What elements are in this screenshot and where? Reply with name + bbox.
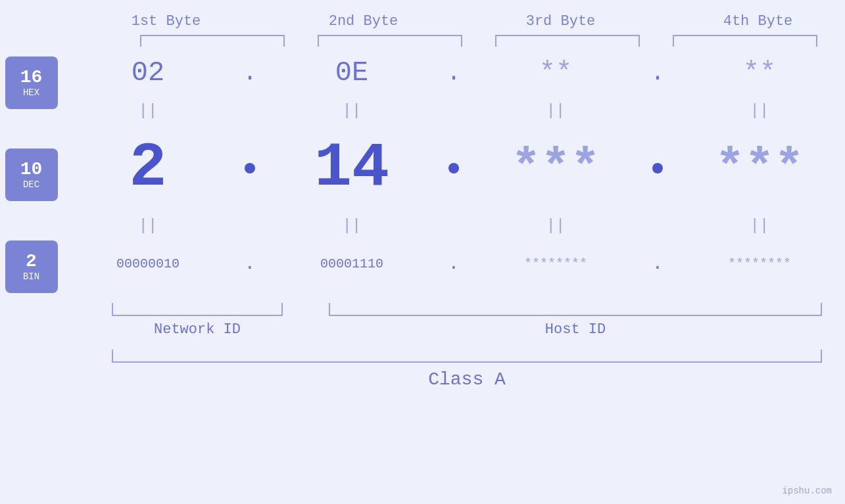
eq1-b3: || [470, 102, 641, 120]
hex-sep3: . [641, 60, 674, 87]
byte-headers: 1st Byte 2nd Byte 3rd Byte 4th Byte [68, 13, 846, 30]
dec-b3-value: *** [511, 141, 600, 196]
hex-b4-cell: ** [674, 57, 845, 89]
class-bracket [112, 350, 822, 363]
dec-b4-value: *** [715, 141, 804, 196]
dec-dot-3 [652, 163, 663, 173]
byte4-header: 4th Byte [673, 13, 844, 30]
equals-row-2: || || || || [62, 211, 845, 241]
watermark: ipshu.com [782, 486, 832, 496]
bracket-top-1 [140, 35, 285, 47]
bin-b1-value: 00000010 [116, 256, 180, 271]
byte2-header: 2nd Byte [278, 13, 449, 30]
dec-b2-cell: 14 [266, 133, 437, 204]
top-brackets [124, 35, 834, 47]
rows-container: 02 . 0E . ** . ** [62, 50, 845, 300]
dec-b1-value: 2 [129, 133, 166, 204]
bottom-brackets [112, 303, 822, 316]
bracket-top-4 [673, 35, 817, 47]
layout-wrapper: 16 HEX 10 DEC 2 BIN 02 . [0, 50, 845, 300]
class-label: Class A [112, 369, 822, 390]
bin-b1-cell: 00000010 [62, 256, 233, 271]
base-labels: 16 HEX 10 DEC 2 BIN [0, 50, 62, 300]
eq1-b2: || [266, 102, 437, 120]
dec-dot-2 [448, 163, 459, 173]
hex-b1-cell: 02 [62, 57, 233, 89]
dec-sep1 [233, 163, 266, 173]
dec-sep2 [437, 163, 470, 173]
dec-badge: 10 DEC [5, 149, 58, 201]
eq2-b4: || [674, 217, 845, 235]
bin-b2-value: 00001110 [320, 256, 383, 271]
dec-row: 2 14 *** *** [62, 126, 845, 211]
bin-b4-cell: ******** [674, 256, 845, 271]
bin-sep2: . [437, 254, 470, 274]
equals-row-1: || || || || [62, 96, 845, 126]
dec-b1-cell: 2 [62, 133, 233, 204]
dec-b4-cell: *** [674, 141, 845, 196]
bin-b2-cell: 00001110 [266, 256, 437, 271]
byte3-header: 3rd Byte [475, 13, 646, 30]
eq1-b1: || [62, 102, 233, 120]
hex-sep1: . [233, 60, 266, 87]
hex-b2-cell: 0E [266, 57, 437, 89]
bin-b3-value: ******** [524, 256, 587, 271]
bin-b3-cell: ******** [470, 256, 641, 271]
hex-b1-value: 02 [132, 57, 164, 89]
dec-dot-1 [245, 163, 255, 173]
eq1-b4: || [674, 102, 845, 120]
eq2-b2: || [266, 217, 437, 235]
hex-b3-cell: ** [470, 57, 641, 89]
hex-sep2: . [437, 60, 470, 87]
hex-b4-value: ** [743, 57, 776, 89]
bin-b4-value: ******** [728, 256, 791, 271]
bracket-network [112, 303, 283, 316]
bin-badge: 2 BIN [5, 241, 58, 293]
hex-row: 02 . 0E . ** . ** [62, 50, 845, 96]
byte1-header: 1st Byte [81, 13, 252, 30]
main-container: 1st Byte 2nd Byte 3rd Byte 4th Byte 16 H… [0, 0, 845, 504]
bracket-top-2 [318, 35, 462, 47]
bracket-top-3 [495, 35, 640, 47]
bottom-section: Network ID Host ID Class A [0, 303, 845, 390]
id-labels: Network ID Host ID [112, 321, 822, 338]
bin-row: 00000010 . 00001110 . ******** . [62, 241, 845, 286]
dec-b3-cell: *** [470, 141, 641, 196]
dec-b2-value: 14 [314, 133, 389, 204]
hex-badge: 16 HEX [5, 57, 58, 109]
hex-b3-value: ** [539, 57, 572, 89]
eq2-b3: || [470, 217, 641, 235]
bracket-host [329, 303, 822, 316]
bin-sep3: . [641, 254, 674, 274]
bin-sep1: . [233, 254, 266, 274]
network-id-label: Network ID [112, 321, 283, 338]
host-id-label: Host ID [329, 321, 822, 338]
eq2-b1: || [62, 217, 233, 235]
hex-b2-value: 0E [335, 57, 368, 89]
dec-sep3 [641, 163, 674, 173]
